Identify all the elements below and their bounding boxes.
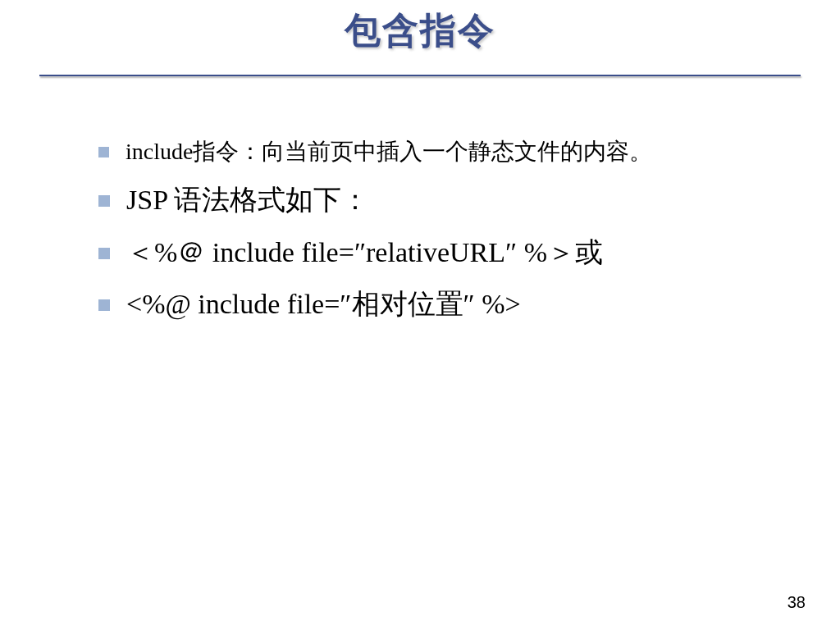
bullet-text: ＜%＠ include file=″relativeURL″ %＞或 — [126, 233, 781, 272]
bullet-square-icon — [98, 299, 110, 311]
bullet-item: <%@ include file=″相对位置″ %> — [98, 285, 781, 324]
page-number: 38 — [788, 593, 806, 612]
bullet-text: JSP 语法格式如下： — [126, 180, 781, 220]
bullet-item: JSP 语法格式如下： — [98, 180, 781, 220]
bullet-item: ＜%＠ include file=″relativeURL″ %＞或 — [98, 233, 781, 272]
bullet-square-icon — [98, 147, 109, 158]
bullet-item: include指令：向当前页中插入一个静态文件的内容。 — [98, 135, 781, 167]
title-underline — [39, 75, 801, 76]
bullet-square-icon — [98, 248, 110, 259]
bullet-text: <%@ include file=″相对位置″ %> — [126, 285, 781, 324]
bullet-text: include指令：向当前页中插入一个静态文件的内容。 — [126, 135, 781, 167]
bullet-square-icon — [98, 195, 110, 207]
slide-title: 包含指令 — [39, 7, 801, 55]
slide-container: 包含指令 include指令：向当前页中插入一个静态文件的内容。 JSP 语法格… — [0, 0, 840, 630]
content-area: include指令：向当前页中插入一个静态文件的内容。 JSP 语法格式如下： … — [39, 135, 801, 324]
